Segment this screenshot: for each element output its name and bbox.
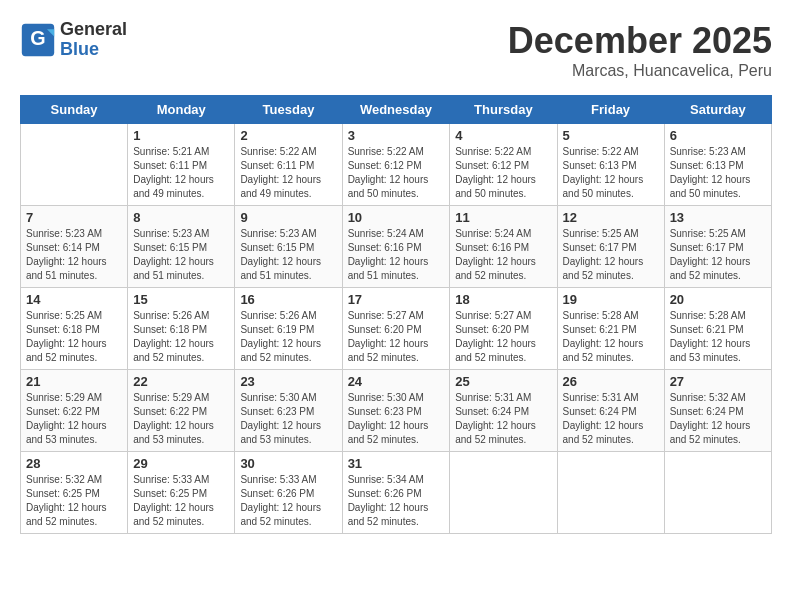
day-cell: 20Sunrise: 5:28 AM Sunset: 6:21 PM Dayli… [664, 288, 771, 370]
day-cell: 5Sunrise: 5:22 AM Sunset: 6:13 PM Daylig… [557, 124, 664, 206]
day-cell: 26Sunrise: 5:31 AM Sunset: 6:24 PM Dayli… [557, 370, 664, 452]
day-info: Sunrise: 5:32 AM Sunset: 6:25 PM Dayligh… [26, 473, 122, 529]
day-cell: 2Sunrise: 5:22 AM Sunset: 6:11 PM Daylig… [235, 124, 342, 206]
day-number: 22 [133, 374, 229, 389]
day-number: 24 [348, 374, 445, 389]
day-info: Sunrise: 5:28 AM Sunset: 6:21 PM Dayligh… [563, 309, 659, 365]
day-cell: 18Sunrise: 5:27 AM Sunset: 6:20 PM Dayli… [450, 288, 557, 370]
day-info: Sunrise: 5:24 AM Sunset: 6:16 PM Dayligh… [348, 227, 445, 283]
day-info: Sunrise: 5:30 AM Sunset: 6:23 PM Dayligh… [240, 391, 336, 447]
logo-icon: G [20, 22, 56, 58]
day-info: Sunrise: 5:33 AM Sunset: 6:25 PM Dayligh… [133, 473, 229, 529]
day-info: Sunrise: 5:24 AM Sunset: 6:16 PM Dayligh… [455, 227, 551, 283]
day-cell [557, 452, 664, 534]
day-number: 30 [240, 456, 336, 471]
day-cell [450, 452, 557, 534]
location-title: Marcas, Huancavelica, Peru [508, 62, 772, 80]
day-number: 31 [348, 456, 445, 471]
day-number: 9 [240, 210, 336, 225]
day-number: 16 [240, 292, 336, 307]
day-cell: 11Sunrise: 5:24 AM Sunset: 6:16 PM Dayli… [450, 206, 557, 288]
day-number: 26 [563, 374, 659, 389]
day-cell: 17Sunrise: 5:27 AM Sunset: 6:20 PM Dayli… [342, 288, 450, 370]
day-number: 2 [240, 128, 336, 143]
day-info: Sunrise: 5:33 AM Sunset: 6:26 PM Dayligh… [240, 473, 336, 529]
day-cell: 16Sunrise: 5:26 AM Sunset: 6:19 PM Dayli… [235, 288, 342, 370]
weekday-header-sunday: Sunday [21, 96, 128, 124]
week-row-3: 21Sunrise: 5:29 AM Sunset: 6:22 PM Dayli… [21, 370, 772, 452]
weekday-header-saturday: Saturday [664, 96, 771, 124]
day-number: 17 [348, 292, 445, 307]
week-row-1: 7Sunrise: 5:23 AM Sunset: 6:14 PM Daylig… [21, 206, 772, 288]
day-number: 7 [26, 210, 122, 225]
weekday-header-row: SundayMondayTuesdayWednesdayThursdayFrid… [21, 96, 772, 124]
day-cell: 31Sunrise: 5:34 AM Sunset: 6:26 PM Dayli… [342, 452, 450, 534]
day-cell: 25Sunrise: 5:31 AM Sunset: 6:24 PM Dayli… [450, 370, 557, 452]
day-info: Sunrise: 5:25 AM Sunset: 6:17 PM Dayligh… [563, 227, 659, 283]
day-cell: 27Sunrise: 5:32 AM Sunset: 6:24 PM Dayli… [664, 370, 771, 452]
day-cell: 8Sunrise: 5:23 AM Sunset: 6:15 PM Daylig… [128, 206, 235, 288]
day-info: Sunrise: 5:21 AM Sunset: 6:11 PM Dayligh… [133, 145, 229, 201]
day-cell: 6Sunrise: 5:23 AM Sunset: 6:13 PM Daylig… [664, 124, 771, 206]
week-row-4: 28Sunrise: 5:32 AM Sunset: 6:25 PM Dayli… [21, 452, 772, 534]
page-header: G General Blue December 2025 Marcas, Hua… [20, 20, 772, 80]
day-number: 18 [455, 292, 551, 307]
day-info: Sunrise: 5:25 AM Sunset: 6:18 PM Dayligh… [26, 309, 122, 365]
weekday-header-tuesday: Tuesday [235, 96, 342, 124]
day-info: Sunrise: 5:22 AM Sunset: 6:11 PM Dayligh… [240, 145, 336, 201]
day-cell: 13Sunrise: 5:25 AM Sunset: 6:17 PM Dayli… [664, 206, 771, 288]
day-cell: 10Sunrise: 5:24 AM Sunset: 6:16 PM Dayli… [342, 206, 450, 288]
day-cell: 7Sunrise: 5:23 AM Sunset: 6:14 PM Daylig… [21, 206, 128, 288]
weekday-header-monday: Monday [128, 96, 235, 124]
day-number: 23 [240, 374, 336, 389]
logo-blue-text: Blue [60, 40, 127, 60]
day-number: 1 [133, 128, 229, 143]
day-number: 21 [26, 374, 122, 389]
day-cell: 4Sunrise: 5:22 AM Sunset: 6:12 PM Daylig… [450, 124, 557, 206]
day-number: 11 [455, 210, 551, 225]
day-info: Sunrise: 5:22 AM Sunset: 6:13 PM Dayligh… [563, 145, 659, 201]
day-cell: 23Sunrise: 5:30 AM Sunset: 6:23 PM Dayli… [235, 370, 342, 452]
day-info: Sunrise: 5:26 AM Sunset: 6:18 PM Dayligh… [133, 309, 229, 365]
day-number: 14 [26, 292, 122, 307]
weekday-header-wednesday: Wednesday [342, 96, 450, 124]
title-area: December 2025 Marcas, Huancavelica, Peru [508, 20, 772, 80]
svg-text:G: G [30, 27, 45, 49]
day-info: Sunrise: 5:26 AM Sunset: 6:19 PM Dayligh… [240, 309, 336, 365]
day-number: 5 [563, 128, 659, 143]
day-info: Sunrise: 5:23 AM Sunset: 6:15 PM Dayligh… [240, 227, 336, 283]
day-number: 12 [563, 210, 659, 225]
day-number: 3 [348, 128, 445, 143]
day-cell: 28Sunrise: 5:32 AM Sunset: 6:25 PM Dayli… [21, 452, 128, 534]
day-number: 15 [133, 292, 229, 307]
day-info: Sunrise: 5:23 AM Sunset: 6:13 PM Dayligh… [670, 145, 766, 201]
day-cell: 14Sunrise: 5:25 AM Sunset: 6:18 PM Dayli… [21, 288, 128, 370]
week-row-2: 14Sunrise: 5:25 AM Sunset: 6:18 PM Dayli… [21, 288, 772, 370]
day-info: Sunrise: 5:30 AM Sunset: 6:23 PM Dayligh… [348, 391, 445, 447]
calendar: SundayMondayTuesdayWednesdayThursdayFrid… [20, 95, 772, 534]
day-cell: 29Sunrise: 5:33 AM Sunset: 6:25 PM Dayli… [128, 452, 235, 534]
day-info: Sunrise: 5:22 AM Sunset: 6:12 PM Dayligh… [455, 145, 551, 201]
day-cell: 12Sunrise: 5:25 AM Sunset: 6:17 PM Dayli… [557, 206, 664, 288]
day-cell: 21Sunrise: 5:29 AM Sunset: 6:22 PM Dayli… [21, 370, 128, 452]
day-info: Sunrise: 5:32 AM Sunset: 6:24 PM Dayligh… [670, 391, 766, 447]
weekday-header-thursday: Thursday [450, 96, 557, 124]
day-info: Sunrise: 5:23 AM Sunset: 6:15 PM Dayligh… [133, 227, 229, 283]
day-info: Sunrise: 5:34 AM Sunset: 6:26 PM Dayligh… [348, 473, 445, 529]
day-number: 27 [670, 374, 766, 389]
day-info: Sunrise: 5:27 AM Sunset: 6:20 PM Dayligh… [455, 309, 551, 365]
day-cell: 30Sunrise: 5:33 AM Sunset: 6:26 PM Dayli… [235, 452, 342, 534]
week-row-0: 1Sunrise: 5:21 AM Sunset: 6:11 PM Daylig… [21, 124, 772, 206]
day-number: 28 [26, 456, 122, 471]
day-number: 13 [670, 210, 766, 225]
day-number: 8 [133, 210, 229, 225]
logo: G General Blue [20, 20, 127, 60]
day-number: 20 [670, 292, 766, 307]
day-cell: 19Sunrise: 5:28 AM Sunset: 6:21 PM Dayli… [557, 288, 664, 370]
day-cell: 15Sunrise: 5:26 AM Sunset: 6:18 PM Dayli… [128, 288, 235, 370]
day-info: Sunrise: 5:23 AM Sunset: 6:14 PM Dayligh… [26, 227, 122, 283]
day-number: 10 [348, 210, 445, 225]
day-info: Sunrise: 5:25 AM Sunset: 6:17 PM Dayligh… [670, 227, 766, 283]
day-info: Sunrise: 5:27 AM Sunset: 6:20 PM Dayligh… [348, 309, 445, 365]
day-number: 4 [455, 128, 551, 143]
